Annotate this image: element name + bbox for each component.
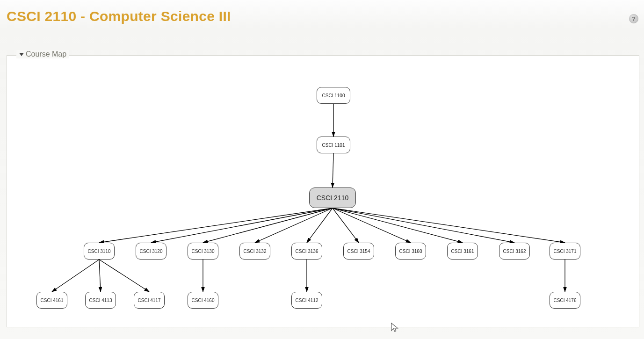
course-node-csci3110[interactable]: CSCI 3110 [84, 243, 115, 260]
course-node-csci3154[interactable]: CSCI 3154 [343, 243, 374, 260]
course-node-csci3130[interactable]: CSCI 3130 [188, 243, 218, 260]
page-header: CSCI 2110 - Computer Science III ? [0, 0, 644, 41]
course-node-csci3161[interactable]: CSCI 3161 [447, 243, 478, 260]
course-map-diagram: CSCI 1100CSCI 1101CSCI 2110CSCI 3110CSCI… [7, 56, 639, 327]
edge-csci2110-csci3110 [99, 208, 333, 243]
edge-csci2110-csci3132 [255, 208, 333, 243]
edge-csci2110-csci3136 [307, 208, 333, 243]
page-title: CSCI 2110 - Computer Science III [7, 8, 231, 24]
edge-csci2110-csci3162 [333, 208, 514, 243]
edge-csci2110-csci3160 [333, 208, 411, 243]
edge-csci2110-csci3120 [151, 208, 333, 243]
edge-csci2110-csci3171 [333, 208, 565, 243]
course-node-csci1100[interactable]: CSCI 1100 [317, 87, 350, 104]
course-node-csci4112[interactable]: CSCI 4112 [291, 292, 322, 309]
edge-csci3110-csci4117 [99, 260, 149, 292]
course-node-csci3171[interactable]: CSCI 3171 [550, 243, 580, 260]
course-node-csci1101[interactable]: CSCI 1101 [317, 137, 350, 153]
course-node-csci4113[interactable]: CSCI 4113 [85, 292, 116, 309]
help-icon[interactable]: ? [629, 14, 638, 23]
edge-csci3110-csci4161 [52, 260, 99, 292]
course-node-csci2110[interactable]: CSCI 2110 [309, 188, 356, 208]
edge-csci2110-csci3154 [333, 208, 359, 243]
cursor-icon [391, 322, 399, 332]
edge-csci2110-csci3161 [333, 208, 463, 243]
edge-csci2110-csci3130 [203, 208, 333, 243]
course-node-csci4160[interactable]: CSCI 4160 [188, 292, 218, 309]
course-node-csci4161[interactable]: CSCI 4161 [36, 292, 67, 309]
course-node-csci4176[interactable]: CSCI 4176 [550, 292, 580, 309]
course-node-csci3162[interactable]: CSCI 3162 [499, 243, 530, 260]
course-node-csci3160[interactable]: CSCI 3160 [395, 243, 426, 260]
course-map-section: Course Map CSCI 1100CSCI 1101CSCI 2110CS… [7, 55, 639, 327]
course-node-csci3120[interactable]: CSCI 3120 [136, 243, 166, 260]
edge-csci1101-csci2110 [333, 153, 333, 188]
course-node-csci4117[interactable]: CSCI 4117 [134, 292, 165, 309]
course-node-csci3132[interactable]: CSCI 3132 [239, 243, 270, 260]
course-node-csci3136[interactable]: CSCI 3136 [291, 243, 322, 260]
edge-csci3110-csci4113 [99, 260, 101, 292]
